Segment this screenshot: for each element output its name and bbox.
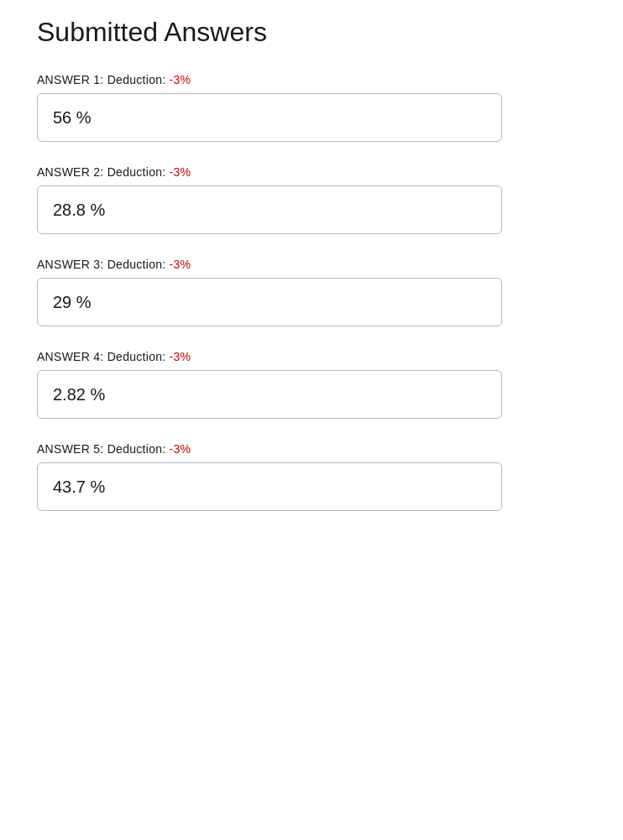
answer-block-3: ANSWER 3: Deduction: -3%29 % — [37, 258, 586, 326]
answer-value-4: 2.82 % — [53, 385, 105, 404]
answer-deduction-1: -3% — [170, 73, 191, 86]
answer-box-3: 29 % — [37, 278, 502, 326]
answer-label-3: ANSWER 3: Deduction: -3% — [37, 258, 586, 271]
answer-value-1: 56 % — [53, 108, 92, 128]
answer-deduction-3: -3% — [170, 258, 191, 271]
answers-container: ANSWER 1: Deduction: -3%56 %ANSWER 2: De… — [37, 73, 586, 511]
answer-block-2: ANSWER 2: Deduction: -3%28.8 % — [37, 165, 586, 234]
answer-label-1: ANSWER 1: Deduction: -3% — [37, 73, 586, 86]
page-title: Submitted Answers — [37, 17, 586, 48]
answer-block-4: ANSWER 4: Deduction: -3%2.82 % — [37, 350, 586, 419]
answer-deduction-5: -3% — [170, 442, 191, 456]
answer-block-1: ANSWER 1: Deduction: -3%56 % — [37, 73, 586, 142]
answer-value-2: 28.8 % — [53, 201, 105, 220]
answer-deduction-4: -3% — [170, 350, 191, 363]
answer-label-2: ANSWER 2: Deduction: -3% — [37, 165, 586, 179]
answer-label-4: ANSWER 4: Deduction: -3% — [37, 350, 586, 363]
answer-deduction-2: -3% — [170, 165, 191, 179]
answer-box-5: 43.7 % — [37, 462, 502, 511]
answer-box-2: 28.8 % — [37, 185, 502, 234]
answer-box-1: 56 % — [37, 93, 502, 142]
answer-value-3: 29 % — [53, 293, 92, 312]
answer-box-4: 2.82 % — [37, 370, 502, 419]
answer-label-5: ANSWER 5: Deduction: -3% — [37, 442, 586, 456]
answer-value-5: 43.7 % — [53, 477, 105, 497]
answer-block-5: ANSWER 5: Deduction: -3%43.7 % — [37, 442, 586, 511]
